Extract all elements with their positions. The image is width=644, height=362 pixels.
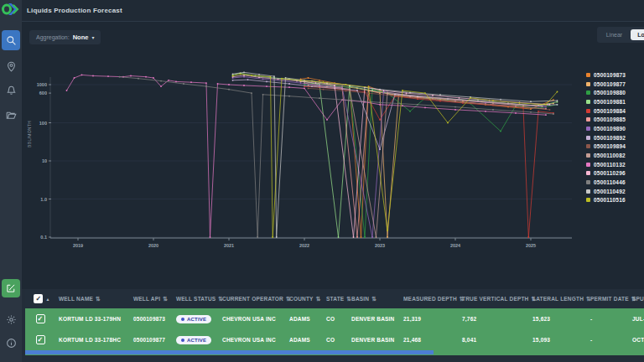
data-point: [356, 236, 358, 238]
column-header-well-api[interactable]: WELL API⇅: [130, 296, 173, 303]
production-chart[interactable]: 1000600100101.00.12019202020212022202320…: [29, 55, 595, 256]
legend-item-0500109877[interactable]: 0500109877: [586, 80, 641, 89]
column-header-permit-date[interactable]: PERMIT DATE⇅: [587, 296, 629, 303]
data-point: [402, 105, 403, 106]
legend-item-0500109892[interactable]: 0500109892: [586, 133, 641, 142]
column-header-well-name[interactable]: WELL NAME⇅: [55, 296, 130, 303]
cell-measured-depth: 21,319: [400, 316, 459, 322]
sort-icon[interactable]: ⇅: [96, 296, 101, 303]
legend-item-0500110516[interactable]: 0500110516: [586, 196, 641, 205]
column-header-spud-date[interactable]: SPUD DATE⇅: [629, 296, 644, 303]
legend-item-0500109885[interactable]: 0500109885: [586, 115, 641, 124]
data-point: [251, 75, 252, 76]
cell-spud-date: OCT-: [629, 337, 644, 343]
legend-label: 0500109890: [594, 126, 626, 132]
select-all-header[interactable]: ✓▲: [25, 294, 55, 303]
data-point: [371, 236, 373, 238]
data-point: [175, 81, 177, 83]
cell-state: CO: [323, 316, 348, 322]
data-point: [454, 109, 456, 111]
sidebar-item-notifications[interactable]: [2, 80, 20, 99]
wells-table: ✓▲WELL NAME⇅WELL API⇅WELL STATUS⇅CURRENT…: [25, 289, 644, 355]
table-row[interactable]: ✓KORTUM LD 33-179HN0500109873ACTIVECHEVR…: [25, 308, 644, 329]
data-point: [436, 99, 438, 101]
legend-item-0500110492[interactable]: 0500110492: [586, 187, 641, 196]
data-point: [160, 80, 162, 82]
column-header-well-status[interactable]: WELL STATUS⇅: [173, 296, 219, 303]
data-point: [81, 75, 83, 76]
sidebar-item-files[interactable]: [2, 106, 20, 124]
sort-icon[interactable]: ⇅: [371, 296, 377, 303]
cell-basin: DENVER BASIN: [348, 337, 400, 343]
data-point: [553, 99, 554, 101]
data-point: [356, 90, 358, 91]
column-header-state[interactable]: STATE⇅: [323, 296, 348, 303]
table-row[interactable]: ✓KORTUM LD 33-178HC0500109877ACTIVECHEVR…: [25, 329, 644, 350]
data-point: [160, 85, 162, 87]
column-header-measured-depth[interactable]: MEASURED DEPTH⇅: [400, 296, 459, 303]
legend-swatch: [586, 163, 590, 167]
legend-item-0500109894[interactable]: 0500109894: [586, 142, 641, 152]
data-point: [270, 76, 272, 78]
select-all-checkbox[interactable]: ✓: [34, 294, 43, 303]
sidebar-item-search[interactable]: [2, 30, 20, 50]
row-checkbox[interactable]: ✓: [36, 335, 45, 344]
legend-swatch: [586, 153, 590, 158]
cell-well-status: ACTIVE: [173, 336, 219, 344]
legend-item-0500109881[interactable]: 0500109881: [586, 97, 641, 106]
column-header-current-operator[interactable]: CURRENT OPERATOR⇅: [219, 296, 286, 303]
column-header-basin[interactable]: BASIN⇅: [348, 296, 400, 303]
series-line-0500110492[interactable]: [233, 72, 558, 237]
series-line-0500109873[interactable]: [301, 78, 554, 237]
legend-item-0500110082[interactable]: 0500110082: [586, 151, 641, 160]
row-checkbox[interactable]: ✓: [36, 314, 45, 323]
legend-item-0500110296[interactable]: 0500110296: [586, 169, 641, 178]
aggregation-dropdown[interactable]: Aggregation: None ▾: [29, 30, 101, 44]
column-header-county[interactable]: COUNTY⇅: [286, 296, 323, 303]
log-scale-button[interactable]: Log: [631, 29, 644, 40]
data-point: [273, 75, 275, 77]
data-point: [391, 95, 392, 96]
series-line-0500109884[interactable]: [304, 86, 553, 237]
linear-scale-button[interactable]: Linear: [600, 29, 629, 40]
legend-item-0500109884[interactable]: 0500109884: [586, 106, 641, 116]
column-header-lateral-length[interactable]: LATERAL LENGTH⇅: [529, 296, 587, 303]
legend-item-0500109880[interactable]: 0500109880: [586, 88, 641, 97]
legend-item-0500109873[interactable]: 0500109873: [586, 70, 641, 80]
data-point: [74, 77, 75, 79]
column-header-label: TRUE VERTICAL DEPTH: [462, 296, 529, 302]
data-point: [153, 77, 154, 79]
data-point: [409, 111, 411, 112]
data-point: [432, 95, 434, 96]
data-point: [500, 131, 501, 132]
sidebar-item-locations[interactable]: [2, 57, 20, 75]
sort-icon[interactable]: ⇅: [316, 296, 321, 303]
edit-selection-button[interactable]: [2, 279, 20, 297]
folder-icon: [6, 110, 17, 121]
data-point: [232, 73, 234, 75]
data-point: [492, 100, 494, 101]
series-line-0500109880[interactable]: [304, 83, 558, 237]
legend-label: 0500109884: [594, 108, 626, 114]
data-point: [542, 106, 543, 107]
x-tick-label: 2019: [73, 243, 83, 248]
search-icon: [6, 35, 17, 46]
data-point: [512, 103, 513, 105]
data-point: [515, 112, 517, 114]
data-point: [454, 106, 456, 108]
horizontal-scrollbar-thumb[interactable]: [25, 350, 434, 354]
data-point: [557, 100, 558, 101]
data-point: [549, 104, 551, 106]
legend-item-0500109890[interactable]: 0500109890: [586, 124, 641, 133]
cell-county: ADAMS: [286, 337, 323, 343]
settings-button[interactable]: [2, 310, 20, 328]
data-point: [257, 236, 258, 238]
legend-item-0500110132[interactable]: 0500110132: [586, 160, 641, 169]
info-button[interactable]: [2, 334, 20, 352]
legend-swatch: [586, 100, 590, 104]
column-header-true-vertical-depth[interactable]: TRUE VERTICAL DEPTH⇅: [459, 296, 529, 303]
sort-icon[interactable]: ⇅: [163, 296, 168, 303]
data-point: [492, 109, 494, 111]
aggregation-label: Aggregation:: [36, 34, 70, 40]
legend-item-0500110446[interactable]: 0500110446: [586, 178, 641, 187]
